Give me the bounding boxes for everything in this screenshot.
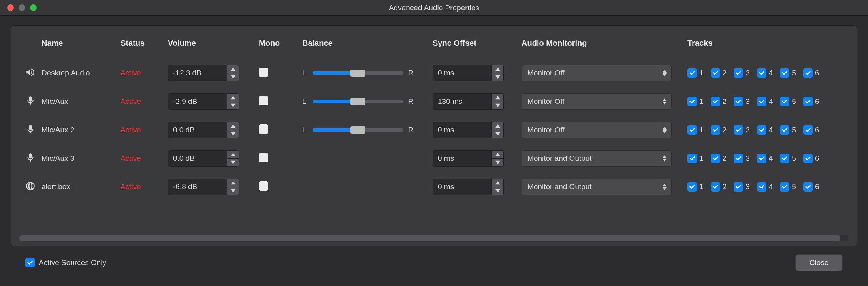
track-2-checkbox[interactable]: [711, 182, 720, 192]
track-2-checkbox[interactable]: [711, 68, 720, 78]
volume-stepper-value[interactable]: -2.9 dB: [168, 94, 227, 109]
track-3-checkbox[interactable]: [734, 182, 743, 192]
volume-stepper-down[interactable]: [227, 187, 239, 195]
sync-offset-stepper-value[interactable]: 0 ms: [433, 122, 491, 138]
sync-offset-stepper-up[interactable]: [492, 151, 503, 159]
volume-stepper-up[interactable]: [227, 94, 239, 102]
balance-thumb[interactable]: [350, 126, 365, 134]
sync-offset-stepper-up[interactable]: [492, 65, 503, 73]
track-2-checkbox[interactable]: [711, 97, 720, 106]
track-4-checkbox[interactable]: [757, 125, 766, 135]
volume-stepper-down[interactable]: [227, 73, 239, 81]
sync-offset-stepper[interactable]: 0 ms: [433, 65, 504, 81]
mono-checkbox[interactable]: [259, 68, 268, 77]
sync-offset-stepper-value[interactable]: 0 ms: [433, 179, 491, 195]
window-controls: [7, 4, 37, 11]
mono-checkbox[interactable]: [259, 153, 268, 162]
zoom-window-icon[interactable]: [30, 4, 37, 11]
sync-offset-stepper-up[interactable]: [492, 94, 503, 102]
sync-offset-stepper-down[interactable]: [492, 187, 503, 195]
balance-track[interactable]: [313, 72, 403, 75]
horizontal-scrollbar[interactable]: [19, 235, 849, 241]
track-1-checkbox[interactable]: [687, 68, 697, 78]
volume-stepper-value[interactable]: 0.0 dB: [168, 122, 227, 138]
audio-monitoring-select[interactable]: Monitor and Output: [522, 179, 672, 195]
sync-offset-stepper[interactable]: 0 ms: [433, 122, 504, 138]
audio-monitoring-select[interactable]: Monitor Off: [522, 93, 672, 110]
volume-stepper[interactable]: -2.9 dB: [168, 93, 239, 110]
track-3-checkbox[interactable]: [734, 125, 743, 135]
track-2-checkbox[interactable]: [711, 154, 720, 163]
volume-stepper[interactable]: -6.8 dB: [168, 179, 239, 195]
balance-track[interactable]: [313, 128, 403, 132]
track-3-label: 3: [746, 183, 750, 191]
volume-stepper-up[interactable]: [227, 65, 239, 73]
volume-stepper-down[interactable]: [227, 102, 239, 110]
volume-stepper-up[interactable]: [227, 151, 239, 159]
balance-slider[interactable]: L R: [302, 69, 433, 77]
volume-stepper-value[interactable]: -12.3 dB: [168, 65, 227, 81]
track-6-checkbox[interactable]: [803, 68, 813, 78]
track-6: 6: [803, 182, 819, 192]
track-2-checkbox[interactable]: [711, 125, 720, 135]
track-5-checkbox[interactable]: [780, 68, 789, 78]
sync-offset-stepper[interactable]: 130 ms: [433, 93, 504, 110]
track-4-checkbox[interactable]: [757, 68, 766, 78]
track-5-checkbox[interactable]: [780, 97, 789, 106]
track-3-checkbox[interactable]: [734, 68, 743, 78]
scrollbar-thumb[interactable]: [19, 235, 840, 241]
minimize-window-icon[interactable]: [19, 4, 25, 11]
track-1-checkbox[interactable]: [687, 125, 697, 135]
track-1-checkbox[interactable]: [687, 97, 697, 106]
audio-monitoring-select[interactable]: Monitor Off: [522, 65, 672, 81]
track-1-checkbox[interactable]: [687, 182, 697, 192]
track-1-checkbox[interactable]: [687, 154, 697, 163]
close-window-icon[interactable]: [7, 4, 14, 11]
sync-offset-stepper-value[interactable]: 0 ms: [433, 65, 491, 81]
mono-checkbox[interactable]: [259, 181, 268, 191]
volume-stepper-up[interactable]: [227, 122, 239, 130]
balance-thumb[interactable]: [350, 70, 365, 77]
track-4-checkbox[interactable]: [757, 182, 766, 192]
track-6-checkbox[interactable]: [803, 97, 813, 106]
volume-stepper-up[interactable]: [227, 179, 239, 187]
balance-slider[interactable]: L R: [302, 126, 433, 134]
sync-offset-stepper-value[interactable]: 130 ms: [433, 94, 491, 109]
track-4-checkbox[interactable]: [757, 97, 766, 106]
volume-stepper-value[interactable]: -6.8 dB: [168, 179, 227, 195]
balance-thumb[interactable]: [350, 98, 365, 105]
track-3-checkbox[interactable]: [734, 154, 743, 163]
sync-offset-stepper[interactable]: 0 ms: [433, 150, 504, 167]
sync-offset-stepper-down[interactable]: [492, 130, 503, 138]
volume-stepper[interactable]: -12.3 dB: [168, 65, 239, 81]
volume-stepper-value[interactable]: 0.0 dB: [168, 151, 227, 166]
audio-monitoring-select[interactable]: Monitor Off: [522, 122, 672, 138]
track-6-checkbox[interactable]: [803, 182, 813, 192]
volume-stepper-down[interactable]: [227, 130, 239, 138]
active-sources-only-checkbox[interactable]: [25, 258, 35, 267]
track-5-checkbox[interactable]: [780, 182, 789, 192]
balance-track[interactable]: [313, 100, 403, 103]
sync-offset-stepper-down[interactable]: [492, 102, 503, 110]
track-5-checkbox[interactable]: [780, 154, 789, 163]
mono-checkbox[interactable]: [259, 96, 268, 105]
volume-stepper-down[interactable]: [227, 159, 239, 167]
track-6-label: 6: [815, 126, 819, 134]
sync-offset-stepper-value[interactable]: 0 ms: [433, 151, 491, 166]
track-6-checkbox[interactable]: [803, 125, 813, 135]
sync-offset-stepper-down[interactable]: [492, 73, 503, 81]
mono-checkbox[interactable]: [259, 124, 268, 134]
balance-slider[interactable]: L R: [302, 97, 433, 106]
volume-stepper[interactable]: 0.0 dB: [168, 150, 239, 167]
track-4-checkbox[interactable]: [757, 154, 766, 163]
track-6-checkbox[interactable]: [803, 154, 813, 163]
sync-offset-stepper-down[interactable]: [492, 159, 503, 167]
sync-offset-stepper-up[interactable]: [492, 179, 503, 187]
audio-monitoring-select[interactable]: Monitor and Output: [522, 150, 672, 167]
volume-stepper[interactable]: 0.0 dB: [168, 122, 239, 138]
close-button[interactable]: Close: [795, 254, 843, 271]
track-3-checkbox[interactable]: [734, 97, 743, 106]
sync-offset-stepper-up[interactable]: [492, 122, 503, 130]
track-5-checkbox[interactable]: [780, 125, 789, 135]
sync-offset-stepper[interactable]: 0 ms: [433, 179, 504, 195]
